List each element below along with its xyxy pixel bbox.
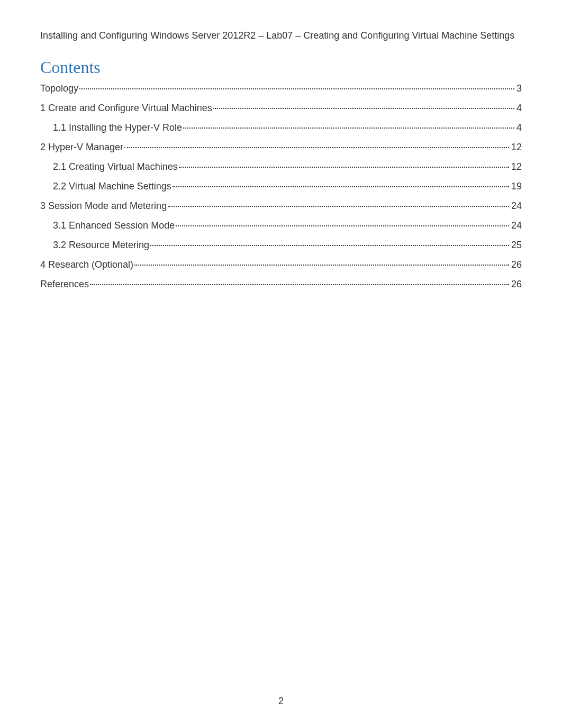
toc-page-number: 12: [510, 140, 522, 154]
toc-leader-dots: [179, 167, 509, 168]
toc-page-number: 3: [515, 81, 522, 96]
toc-title: 2.1 Creating Virtual Machines: [53, 160, 178, 174]
toc-title: 2.2 Virtual Machine Settings: [53, 179, 171, 194]
toc-leader-dots: [213, 108, 514, 109]
toc-entry[interactable]: 1 Create and Configure Virtual Machines …: [40, 101, 522, 115]
toc-entry[interactable]: 4 Research (Optional) 26: [40, 258, 522, 272]
toc-page-number: 24: [510, 199, 522, 213]
toc-entry[interactable]: Topology 3: [40, 81, 522, 96]
toc-page-number: 12: [510, 160, 522, 174]
toc-entry[interactable]: 2 Hyper-V Manager 12: [40, 140, 522, 154]
toc-page-number: 4: [515, 121, 522, 135]
toc-leader-dots: [176, 225, 509, 226]
toc-page-number: 19: [510, 179, 522, 194]
toc-entry[interactable]: 3 Session Mode and Metering 24: [40, 199, 522, 213]
toc-leader-dots: [90, 284, 509, 285]
toc-title: 1.1 Installing the Hyper-V Role: [53, 121, 182, 135]
toc-leader-dots: [134, 265, 509, 266]
toc-entry[interactable]: 2.1 Creating Virtual Machines 12: [40, 160, 522, 174]
document-header: Installing and Configuring Windows Serve…: [40, 29, 522, 43]
toc-leader-dots: [79, 88, 514, 89]
toc-entry[interactable]: References 26: [40, 277, 522, 292]
page-number: 2: [278, 696, 284, 707]
toc-title: 3 Session Mode and Metering: [40, 199, 167, 213]
toc-entry[interactable]: 1.1 Installing the Hyper-V Role 4: [40, 121, 522, 135]
toc-title: References: [40, 277, 89, 292]
toc-entry[interactable]: 3.2 Resource Metering 25: [40, 238, 522, 252]
contents-heading: Contents: [40, 58, 522, 77]
toc-title: 1 Create and Configure Virtual Machines: [40, 101, 212, 115]
toc-title: Topology: [40, 81, 78, 96]
toc-page-number: 24: [510, 219, 522, 233]
toc-page-number: 4: [515, 101, 522, 115]
toc-title: 3.2 Resource Metering: [53, 238, 149, 252]
toc-leader-dots: [124, 147, 509, 148]
toc-title: 4 Research (Optional): [40, 258, 133, 272]
toc-entry[interactable]: 2.2 Virtual Machine Settings 19: [40, 179, 522, 194]
toc-leader-dots: [150, 245, 509, 246]
toc-leader-dots: [183, 128, 514, 129]
toc-leader-dots: [168, 206, 509, 207]
toc-title: 2 Hyper-V Manager: [40, 140, 123, 154]
toc-title: 3.1 Enhanced Session Mode: [53, 219, 175, 233]
toc-page-number: 26: [510, 258, 522, 272]
toc-page-number: 26: [510, 277, 522, 292]
toc-page-number: 25: [510, 238, 522, 252]
table-of-contents: Topology 3 1 Create and Configure Virtua…: [40, 81, 522, 292]
toc-leader-dots: [173, 186, 509, 187]
toc-entry[interactable]: 3.1 Enhanced Session Mode 24: [40, 219, 522, 233]
